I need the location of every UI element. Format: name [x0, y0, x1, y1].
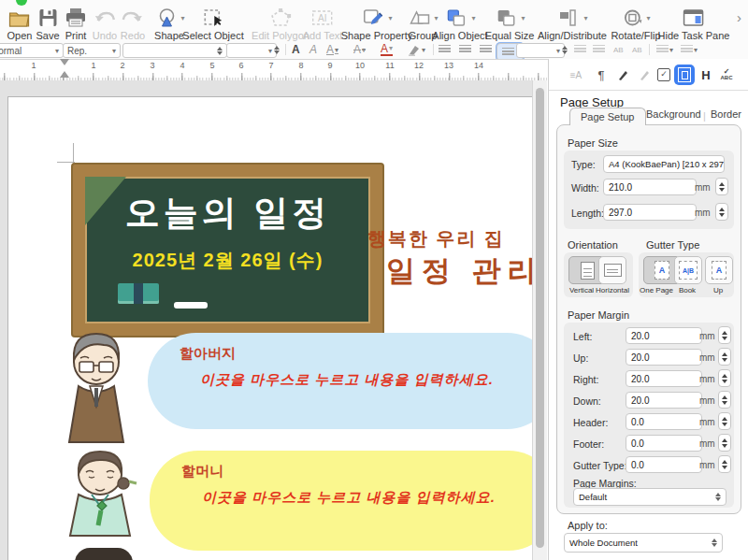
- gutter-book-button[interactable]: A|B: [674, 256, 702, 284]
- scrollbar-thumb[interactable]: [536, 88, 544, 548]
- margin-down-input[interactable]: 20.0: [626, 392, 702, 409]
- spellcheck-pane-button[interactable]: ✓ABC: [716, 65, 737, 85]
- margin-right-input[interactable]: 20.0: [626, 370, 702, 387]
- font-select[interactable]: [122, 43, 227, 58]
- margin-gutter-input[interactable]: 0.0: [626, 456, 702, 473]
- numbered-list-button[interactable]: ▾: [656, 42, 673, 57]
- open-button[interactable]: Open: [7, 7, 33, 41]
- text-style-pane-button[interactable]: ≡A: [566, 65, 586, 85]
- entry-bubble-grandfather[interactable]: 할아버지 이곳을 마우스로 누르고 내용을 입력하세요.: [148, 333, 534, 429]
- align-object-button[interactable]: ▾ Align Object: [432, 7, 487, 41]
- indent-decrease-button[interactable]: [593, 42, 605, 57]
- pen-light-icon: [639, 69, 651, 81]
- document-scrollbar[interactable]: [532, 80, 547, 560]
- paragraph-icon: ¶: [598, 68, 605, 82]
- char-spacing-wide-button[interactable]: AB: [613, 42, 624, 57]
- add-text-icon: AI: [310, 7, 335, 28]
- margin-right-stepper[interactable]: [718, 369, 731, 387]
- style-select[interactable]: Normal▾: [0, 43, 64, 58]
- orientation-horizontal-button[interactable]: [598, 256, 626, 284]
- tab-background[interactable]: Background: [646, 108, 701, 120]
- indent-marker-bottom[interactable]: [60, 71, 69, 78]
- bullet-list-icon: [681, 45, 693, 54]
- save-button[interactable]: Save: [36, 7, 59, 41]
- length-stepper[interactable]: [715, 203, 728, 221]
- style2-select[interactable]: Rep.▾: [63, 43, 121, 58]
- select-object-button[interactable]: Select Object: [182, 7, 243, 41]
- margin-footer-input[interactable]: 0.0: [626, 435, 702, 452]
- blackboard-graphic[interactable]: 오늘의 일정 2025년 2월 26일 (수): [73, 165, 382, 336]
- font-size-stepper[interactable]: [274, 46, 280, 54]
- margin-left-stepper[interactable]: [718, 326, 731, 344]
- margin-gutter-stepper[interactable]: [718, 455, 731, 473]
- open-folder-icon: [8, 7, 31, 28]
- paragraph-pane-button[interactable]: ¶: [591, 65, 611, 85]
- tab-border[interactable]: Border: [711, 108, 741, 120]
- align-distribute-icon: [556, 7, 581, 28]
- indent-marker-top[interactable]: [60, 59, 69, 65]
- checkbox-pane-button[interactable]: ✓: [654, 65, 674, 85]
- align-distribute-button[interactable]: ▾ Align/Distribute: [538, 7, 607, 41]
- shape-property-button[interactable]: ▾ Shape Property: [341, 7, 412, 41]
- pen-pane-button[interactable]: [612, 65, 633, 85]
- width-input[interactable]: 210.0: [603, 179, 697, 195]
- align-center-button[interactable]: [457, 43, 473, 56]
- portrait-icon: [581, 262, 595, 280]
- margin-crop-mark: [57, 162, 75, 163]
- line-spacing-stepper[interactable]: [562, 46, 568, 54]
- pen2-pane-button[interactable]: [634, 65, 654, 85]
- margin-header-input[interactable]: 0.0: [626, 413, 702, 430]
- strikethrough-button[interactable]: A▾: [353, 42, 366, 57]
- heading-schedule: 일정 관리: [386, 251, 534, 291]
- window-control-green[interactable]: [16, 0, 27, 6]
- margin-up-input[interactable]: 20.0: [626, 349, 702, 366]
- margin-up-stepper[interactable]: [718, 348, 731, 366]
- font-color-button[interactable]: A▾: [381, 42, 393, 56]
- length-input[interactable]: 297.0: [603, 204, 697, 221]
- group-icon: [407, 7, 431, 28]
- bullet-list-button[interactable]: ▾: [681, 42, 698, 57]
- align-left-button[interactable]: [437, 43, 453, 56]
- font-size-select[interactable]: ▾: [226, 43, 277, 58]
- shape-button[interactable]: ▾ Shape: [153, 7, 184, 41]
- page-setup-pane-button[interactable]: [674, 65, 695, 85]
- line-spacing-select[interactable]: ▾: [516, 43, 565, 58]
- equal-size-icon: [494, 7, 518, 28]
- bold-button[interactable]: A: [292, 42, 300, 57]
- toolbar-overflow-chevron[interactable]: ›: [737, 9, 741, 25]
- italic-button[interactable]: A: [309, 42, 317, 57]
- highlight-button[interactable]: ▾: [408, 42, 425, 57]
- document-page[interactable]: 오늘의 일정 2025년 2월 26일 (수) 행복한 우리 집 일정 관리: [7, 96, 534, 560]
- rotate-flip-button[interactable]: ▾ Rotate/Flip: [611, 7, 660, 41]
- find-pane-button[interactable]: H: [696, 65, 716, 85]
- hide-task-pane-button[interactable]: Hide Task Pane: [658, 7, 730, 41]
- width-stepper[interactable]: [715, 178, 728, 195]
- equal-size-button[interactable]: ▾ Equal Size: [485, 7, 535, 41]
- align-right-button[interactable]: [478, 43, 494, 56]
- indent-increase-button[interactable]: [574, 42, 586, 57]
- text-style-icon: ≡A: [570, 70, 583, 80]
- margin-header-stepper[interactable]: [718, 412, 731, 430]
- entry-hint-text[interactable]: 이곳을 마우스로 누르고 내용을 입력하세요.: [202, 489, 496, 507]
- page-margins-select[interactable]: Default: [573, 488, 726, 506]
- margin-footer-stepper[interactable]: [718, 434, 731, 452]
- char-spacing-narrow-button[interactable]: AB: [632, 42, 642, 57]
- save-floppy-icon: [37, 7, 58, 28]
- one-page-icon: A: [654, 261, 669, 280]
- gutter-type-label: Gutter Type: [646, 239, 699, 251]
- entry-hint-text[interactable]: 이곳을 마우스로 누르고 내용을 입력하세요.: [200, 371, 494, 389]
- gutter-up-button[interactable]: A: [705, 256, 733, 284]
- apply-to-select[interactable]: Whole Document: [564, 533, 723, 553]
- paper-type-select[interactable]: A4 (KookBaePan) [210 x 297: [603, 155, 725, 173]
- tab-page-setup[interactable]: Page Setup: [569, 108, 646, 125]
- third-person-hair: [75, 548, 133, 560]
- underline-button[interactable]: A▾: [326, 42, 338, 57]
- print-button[interactable]: Print: [65, 7, 87, 41]
- margin-down-stepper[interactable]: [718, 391, 731, 409]
- margin-left-input[interactable]: 20.0: [626, 327, 702, 344]
- grandfather-illustration: [58, 328, 135, 444]
- horizontal-ruler: 1 1 2 3 4 5 6 7 8 9 10 11 12 13 14: [0, 59, 547, 82]
- width-label: Width:: [571, 182, 599, 194]
- entry-bubble-grandmother[interactable]: 할머니 이곳을 마우스로 누르고 내용을 입력하세요.: [150, 451, 534, 551]
- hide-task-pane-icon: [682, 7, 706, 28]
